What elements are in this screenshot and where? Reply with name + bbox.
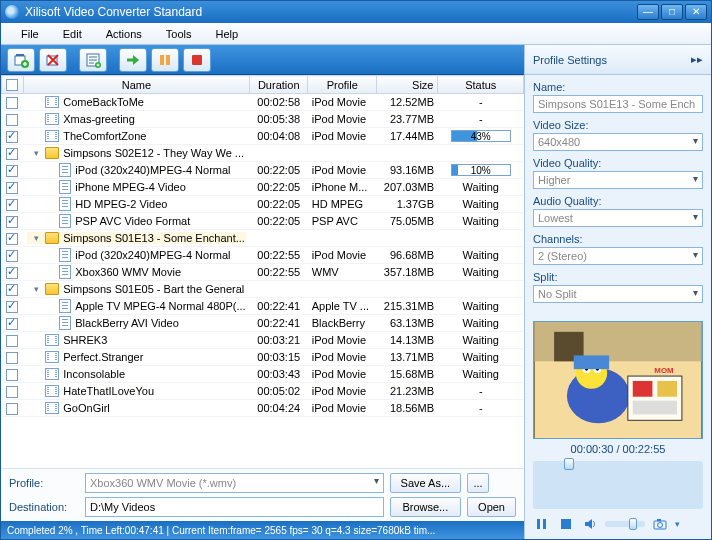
add-file-button[interactable] (7, 48, 35, 72)
row-checkbox[interactable] (6, 301, 18, 313)
row-checkbox[interactable] (6, 369, 18, 381)
table-row[interactable]: Perfect.Stranger00:03:15iPod Movie13.71M… (2, 349, 524, 366)
row-checkbox[interactable] (6, 148, 18, 160)
row-checkbox[interactable] (6, 250, 18, 262)
split-value: No Split (538, 288, 577, 300)
menu-file[interactable]: File (9, 26, 51, 42)
snapshot-button[interactable] (651, 515, 669, 533)
save-as-button[interactable]: Save As... (390, 473, 462, 493)
expand-icon[interactable]: ▸▸ (691, 53, 703, 66)
table-row[interactable]: Apple TV MPEG-4 Normal 480P(...00:22:41A… (2, 298, 524, 315)
table-row[interactable]: HateThatILoveYou00:05:02iPod Movie21.23M… (2, 383, 524, 400)
row-status (438, 145, 524, 162)
info-button[interactable] (79, 48, 107, 72)
table-row[interactable]: PSP AVC Video Format00:22:05PSP AVC75.05… (2, 213, 524, 230)
destination-label: Destination: (9, 501, 79, 513)
row-checkbox[interactable] (6, 335, 18, 347)
col-size[interactable]: Size (377, 76, 438, 94)
mute-button[interactable] (581, 515, 599, 533)
menu-actions[interactable]: Actions (94, 26, 154, 42)
row-checkbox[interactable] (6, 267, 18, 279)
table-row[interactable]: Xmas-greeting00:05:38iPod Movie23.77MB- (2, 111, 524, 128)
table-row[interactable]: iPod (320x240)MPEG-4 Normal00:22:55iPod … (2, 247, 524, 264)
close-button[interactable]: ✕ (685, 4, 707, 20)
pause-button[interactable] (151, 48, 179, 72)
row-checkbox[interactable] (6, 216, 18, 228)
select-all-checkbox[interactable] (6, 79, 18, 91)
seek-slider[interactable] (533, 461, 703, 509)
row-duration: 00:22:05 (250, 179, 308, 196)
start-button[interactable] (119, 48, 147, 72)
profile-more-button[interactable]: ... (467, 473, 489, 493)
video-preview[interactable]: MOM (533, 321, 703, 439)
remove-button[interactable] (39, 48, 67, 72)
table-row[interactable]: TheComfortZone00:04:08iPod Movie17.44MB4… (2, 128, 524, 145)
col-duration[interactable]: Duration (250, 76, 308, 94)
menu-edit[interactable]: Edit (51, 26, 94, 42)
stop-button[interactable] (183, 48, 211, 72)
table-row[interactable]: GoOnGirl00:04:24iPod Movie18.56MB- (2, 400, 524, 417)
svg-rect-18 (574, 355, 609, 369)
row-checkbox[interactable] (6, 233, 18, 245)
row-checkbox[interactable] (6, 386, 18, 398)
table-row[interactable]: BlackBerry AVI Video00:22:41BlackBerry63… (2, 315, 524, 332)
row-checkbox[interactable] (6, 114, 18, 126)
snapshot-chevron-icon[interactable]: ▾ (675, 519, 680, 529)
col-name[interactable]: Name (23, 76, 249, 94)
maximize-button[interactable]: □ (661, 4, 683, 20)
row-profile: iPod Movie (308, 400, 377, 417)
row-checkbox[interactable] (6, 131, 18, 143)
table-row[interactable]: Inconsolable00:03:43iPod Movie15.68MBWai… (2, 366, 524, 383)
video-size-select[interactable]: 640x480 (533, 133, 703, 151)
row-checkbox[interactable] (6, 403, 18, 415)
profile-settings-header[interactable]: Profile Settings ▸▸ (525, 45, 711, 75)
table-row[interactable]: ▾Simpsons S02E12 - They Way We ... (2, 145, 524, 162)
row-size (377, 281, 438, 298)
col-profile[interactable]: Profile (308, 76, 377, 94)
name-field[interactable]: Simpsons S01E13 - Some Ench (533, 95, 703, 113)
col-checkbox[interactable] (2, 76, 24, 94)
play-pause-button[interactable] (533, 515, 551, 533)
file-icon (59, 299, 71, 313)
row-checkbox[interactable] (6, 165, 18, 177)
table-row[interactable]: ComeBackToMe00:02:58iPod Movie12.52MB- (2, 94, 524, 111)
profile-select[interactable]: Xbox360 WMV Movie (*.wmv) (85, 473, 384, 493)
col-status[interactable]: Status (438, 76, 524, 94)
table-row[interactable]: Xbox360 WMV Movie00:22:55WMV357.18MBWait… (2, 264, 524, 281)
menu-help[interactable]: Help (203, 26, 250, 42)
menu-tools[interactable]: Tools (154, 26, 204, 42)
split-select[interactable]: No Split (533, 285, 703, 303)
row-size (377, 145, 438, 162)
row-checkbox[interactable] (6, 97, 18, 109)
file-table-wrap[interactable]: Name Duration Profile Size Status ComeBa… (1, 75, 524, 468)
tree-toggle-icon[interactable]: ▾ (31, 148, 41, 158)
video-quality-select[interactable]: Higher (533, 171, 703, 189)
destination-field[interactable]: D:\My Videos (85, 497, 384, 517)
row-duration: 00:04:24 (250, 400, 308, 417)
channels-value: 2 (Stereo) (538, 250, 587, 262)
player-stop-button[interactable] (557, 515, 575, 533)
row-checkbox[interactable] (6, 199, 18, 211)
row-name: BlackBerry AVI Video (75, 317, 179, 329)
row-duration: 00:22:41 (250, 298, 308, 315)
table-row[interactable]: ▾Simpsons S01E05 - Bart the General (2, 281, 524, 298)
channels-select[interactable]: 2 (Stereo) (533, 247, 703, 265)
row-size: 93.16MB (377, 162, 438, 179)
minimize-button[interactable]: — (637, 4, 659, 20)
row-checkbox[interactable] (6, 182, 18, 194)
row-checkbox[interactable] (6, 318, 18, 330)
table-row[interactable]: ▾Simpsons S01E13 - Some Enchant... (2, 230, 524, 247)
row-checkbox[interactable] (6, 352, 18, 364)
row-status: - (438, 383, 524, 400)
table-row[interactable]: SHREK300:03:21iPod Movie14.13MBWaiting (2, 332, 524, 349)
table-row[interactable]: iPhone MPEG-4 Video00:22:05iPhone M...20… (2, 179, 524, 196)
table-row[interactable]: iPod (320x240)MPEG-4 Normal00:22:05iPod … (2, 162, 524, 179)
browse-button[interactable]: Browse... (390, 497, 462, 517)
open-button[interactable]: Open (467, 497, 516, 517)
tree-toggle-icon[interactable]: ▾ (31, 284, 41, 294)
audio-quality-select[interactable]: Lowest (533, 209, 703, 227)
table-row[interactable]: HD MPEG-2 Video00:22:05HD MPEG1.37GBWait… (2, 196, 524, 213)
row-checkbox[interactable] (6, 284, 18, 296)
tree-toggle-icon[interactable]: ▾ (31, 233, 41, 243)
volume-slider[interactable] (605, 521, 645, 527)
